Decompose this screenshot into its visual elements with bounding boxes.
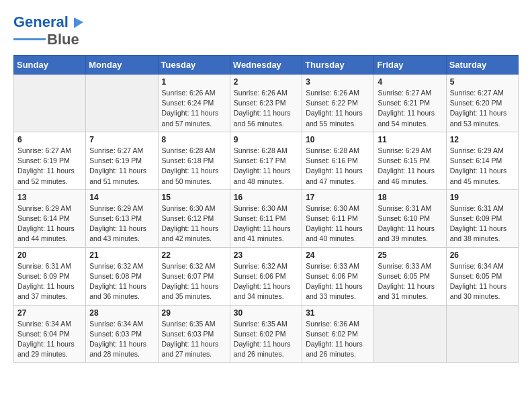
day-info: Sunrise: 6:27 AM Sunset: 6:21 PM Dayligh… [378,88,442,129]
day-number: 1 [162,77,226,87]
day-info: Sunrise: 6:33 AM Sunset: 6:06 PM Dayligh… [306,261,370,302]
day-info: Sunrise: 6:32 AM Sunset: 6:07 PM Dayligh… [162,261,226,302]
day-info: Sunrise: 6:34 AM Sunset: 6:03 PM Dayligh… [89,319,154,360]
day-number: 3 [306,77,370,87]
day-number: 24 [306,250,370,260]
calendar-cell: 10Sunrise: 6:28 AM Sunset: 6:16 PM Dayli… [302,132,374,189]
calendar-cell: 16Sunrise: 6:30 AM Sunset: 6:11 PM Dayli… [230,189,302,247]
calendar-cell: 3Sunrise: 6:26 AM Sunset: 6:22 PM Daylig… [302,75,374,132]
calendar-cell: 31Sunrise: 6:36 AM Sunset: 6:02 PM Dayli… [302,305,374,363]
logo: General Blue [13,13,85,48]
day-number: 20 [17,250,82,260]
day-info: Sunrise: 6:30 AM Sunset: 6:12 PM Dayligh… [162,203,226,244]
weekday-thursday: Thursday [302,56,374,75]
calendar-cell [374,305,446,363]
calendar-week-1: 1Sunrise: 6:26 AM Sunset: 6:24 PM Daylig… [14,75,519,132]
day-number: 21 [89,250,154,260]
calendar-cell: 5Sunrise: 6:27 AM Sunset: 6:20 PM Daylig… [446,75,518,132]
calendar-cell: 6Sunrise: 6:27 AM Sunset: 6:19 PM Daylig… [14,132,86,189]
calendar-body: 1Sunrise: 6:26 AM Sunset: 6:24 PM Daylig… [14,75,519,363]
calendar-cell: 12Sunrise: 6:29 AM Sunset: 6:14 PM Dayli… [446,132,518,189]
day-info: Sunrise: 6:34 AM Sunset: 6:04 PM Dayligh… [17,319,82,360]
day-number: 23 [234,250,298,260]
day-number: 10 [306,135,370,144]
calendar-cell: 8Sunrise: 6:28 AM Sunset: 6:18 PM Daylig… [158,132,230,189]
day-number: 29 [162,308,226,318]
day-number: 27 [17,308,82,318]
calendar-cell: 29Sunrise: 6:35 AM Sunset: 6:03 PM Dayli… [158,305,230,363]
logo-triangle-icon [70,15,85,30]
day-number: 19 [450,193,515,202]
calendar-week-4: 20Sunrise: 6:31 AM Sunset: 6:09 PM Dayli… [14,247,519,305]
day-number: 13 [17,193,82,202]
day-number: 11 [378,135,442,144]
day-number: 4 [378,77,442,87]
calendar-cell: 9Sunrise: 6:28 AM Sunset: 6:17 PM Daylig… [230,132,302,189]
calendar-cell: 17Sunrise: 6:30 AM Sunset: 6:11 PM Dayli… [302,189,374,247]
day-info: Sunrise: 6:26 AM Sunset: 6:23 PM Dayligh… [234,88,298,129]
day-number: 28 [89,308,154,318]
calendar-cell: 11Sunrise: 6:29 AM Sunset: 6:15 PM Dayli… [374,132,446,189]
calendar-cell: 13Sunrise: 6:29 AM Sunset: 6:14 PM Dayli… [14,189,86,247]
day-number: 9 [234,135,298,144]
calendar-week-5: 27Sunrise: 6:34 AM Sunset: 6:04 PM Dayli… [14,305,519,363]
calendar-cell: 15Sunrise: 6:30 AM Sunset: 6:12 PM Dayli… [158,189,230,247]
calendar-cell: 24Sunrise: 6:33 AM Sunset: 6:06 PM Dayli… [302,247,374,305]
day-number: 14 [89,193,154,202]
calendar-cell [86,75,158,132]
calendar-cell: 30Sunrise: 6:35 AM Sunset: 6:02 PM Dayli… [230,305,302,363]
weekday-header-row: SundayMondayTuesdayWednesdayThursdayFrid… [14,56,519,75]
day-number: 25 [378,250,442,260]
day-number: 6 [17,135,82,144]
day-number: 7 [89,135,154,144]
calendar-cell: 28Sunrise: 6:34 AM Sunset: 6:03 PM Dayli… [86,305,158,363]
day-number: 15 [162,193,226,202]
logo-text-general: General [13,13,69,31]
calendar-cell: 23Sunrise: 6:32 AM Sunset: 6:06 PM Dayli… [230,247,302,305]
day-info: Sunrise: 6:35 AM Sunset: 6:02 PM Dayligh… [234,319,298,360]
day-info: Sunrise: 6:31 AM Sunset: 6:09 PM Dayligh… [450,203,515,244]
calendar-cell: 20Sunrise: 6:31 AM Sunset: 6:09 PM Dayli… [14,247,86,305]
day-info: Sunrise: 6:29 AM Sunset: 6:15 PM Dayligh… [378,146,442,187]
day-number: 12 [450,135,515,144]
day-number: 17 [306,193,370,202]
day-info: Sunrise: 6:27 AM Sunset: 6:20 PM Dayligh… [450,88,515,129]
calendar-cell: 14Sunrise: 6:29 AM Sunset: 6:13 PM Dayli… [86,189,158,247]
day-number: 18 [378,193,442,202]
weekday-tuesday: Tuesday [158,56,230,75]
day-number: 8 [162,135,226,144]
day-info: Sunrise: 6:29 AM Sunset: 6:14 PM Dayligh… [450,146,515,187]
day-info: Sunrise: 6:33 AM Sunset: 6:05 PM Dayligh… [378,261,442,302]
day-info: Sunrise: 6:28 AM Sunset: 6:17 PM Dayligh… [234,146,298,187]
calendar-cell: 2Sunrise: 6:26 AM Sunset: 6:23 PM Daylig… [230,75,302,132]
day-number: 31 [306,308,370,318]
day-info: Sunrise: 6:35 AM Sunset: 6:03 PM Dayligh… [162,319,226,360]
day-number: 30 [234,308,298,318]
calendar-cell: 4Sunrise: 6:27 AM Sunset: 6:21 PM Daylig… [374,75,446,132]
day-info: Sunrise: 6:36 AM Sunset: 6:02 PM Dayligh… [306,319,370,360]
calendar-cell: 26Sunrise: 6:34 AM Sunset: 6:05 PM Dayli… [446,247,518,305]
day-info: Sunrise: 6:31 AM Sunset: 6:10 PM Dayligh… [378,203,442,244]
weekday-wednesday: Wednesday [230,56,302,75]
day-info: Sunrise: 6:30 AM Sunset: 6:11 PM Dayligh… [306,203,370,244]
page-header: General Blue [13,13,519,48]
day-info: Sunrise: 6:31 AM Sunset: 6:09 PM Dayligh… [17,261,82,302]
calendar-table: SundayMondayTuesdayWednesdayThursdayFrid… [13,55,519,363]
day-number: 2 [234,77,298,87]
calendar-cell: 19Sunrise: 6:31 AM Sunset: 6:09 PM Dayli… [446,189,518,247]
weekday-sunday: Sunday [14,56,86,75]
calendar-cell: 7Sunrise: 6:27 AM Sunset: 6:19 PM Daylig… [86,132,158,189]
day-number: 22 [162,250,226,260]
day-number: 5 [450,77,515,87]
day-info: Sunrise: 6:30 AM Sunset: 6:11 PM Dayligh… [234,203,298,244]
day-info: Sunrise: 6:26 AM Sunset: 6:22 PM Dayligh… [306,88,370,129]
calendar-cell: 25Sunrise: 6:33 AM Sunset: 6:05 PM Dayli… [374,247,446,305]
calendar-week-2: 6Sunrise: 6:27 AM Sunset: 6:19 PM Daylig… [14,132,519,189]
weekday-saturday: Saturday [446,56,518,75]
day-info: Sunrise: 6:28 AM Sunset: 6:18 PM Dayligh… [162,146,226,187]
svg-marker-0 [74,17,83,28]
day-number: 16 [234,193,298,202]
day-info: Sunrise: 6:27 AM Sunset: 6:19 PM Dayligh… [89,146,154,187]
calendar-header: SundayMondayTuesdayWednesdayThursdayFrid… [14,56,519,75]
calendar-cell: 27Sunrise: 6:34 AM Sunset: 6:04 PM Dayli… [14,305,86,363]
